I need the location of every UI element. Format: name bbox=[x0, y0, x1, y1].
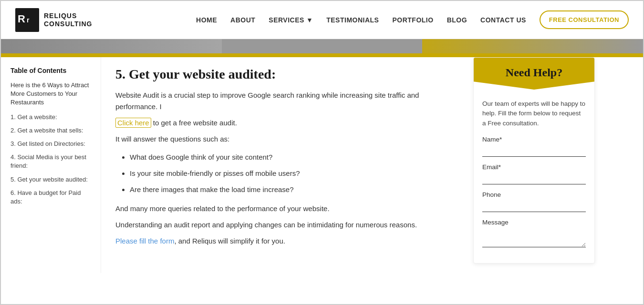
form-group-name: Name* bbox=[482, 136, 586, 157]
bullet-item-1: What does Google think of your site cont… bbox=[130, 152, 449, 163]
toc-item-1[interactable]: 1. Get a website: bbox=[10, 113, 93, 122]
svg-text:r: r bbox=[27, 16, 30, 24]
message-input[interactable] bbox=[482, 228, 586, 247]
form-group-email: Email* bbox=[482, 163, 586, 184]
email-input[interactable] bbox=[482, 173, 586, 184]
message-label: Message bbox=[482, 219, 586, 226]
understanding-para: Understanding an audit report and applyi… bbox=[115, 219, 449, 231]
name-input[interactable] bbox=[482, 145, 586, 157]
form-group-phone: Phone bbox=[482, 191, 586, 212]
nav-area: HOME ABOUT SERVICES ▼ TESTIMONIALS PORTF… bbox=[196, 10, 629, 29]
email-label: Email* bbox=[482, 163, 586, 171]
toc-item-5[interactable]: 5. Get your website audited: bbox=[10, 175, 93, 184]
please-fill-para: Please fill the form, and Reliqus will s… bbox=[115, 235, 449, 247]
phone-label: Phone bbox=[482, 191, 586, 198]
click-here-suffix: to get a free website audit. bbox=[151, 119, 237, 127]
toc-title: Table of Contents bbox=[10, 67, 93, 74]
svg-text:R: R bbox=[18, 13, 25, 25]
need-help-header: Need Help? bbox=[474, 58, 594, 90]
image-strip bbox=[1, 39, 643, 53]
please-suffix: , and Reliqus will simplify it for you. bbox=[174, 237, 285, 245]
bullet-list: What does Google think of your site cont… bbox=[115, 152, 449, 195]
toc-item-4[interactable]: 4. Social Media is your best friend: bbox=[10, 153, 93, 170]
click-here-link[interactable]: Click here bbox=[115, 118, 151, 128]
nav-testimonials[interactable]: TESTIMONIALS bbox=[326, 16, 379, 24]
nav-home[interactable]: HOME bbox=[196, 16, 217, 24]
need-help-box: Need Help? Our team of experts will be h… bbox=[473, 57, 595, 264]
main-content: 5. Get your website audited: Website Aud… bbox=[101, 57, 464, 273]
nav-portfolio[interactable]: PORTFOLIO bbox=[392, 16, 433, 24]
toc-item-3[interactable]: 3. Get listed on Directories: bbox=[10, 140, 93, 148]
logo-area: R r RELIQUS CONSULTING bbox=[15, 8, 93, 32]
bullet-item-2: Is your site mobile-friendly or pisses o… bbox=[130, 168, 449, 179]
need-help-title: Need Help? bbox=[483, 66, 585, 79]
questions-intro: It will answer the questions such as: bbox=[115, 133, 449, 145]
form-group-message: Message bbox=[482, 219, 586, 249]
table-of-contents-sidebar: Table of Contents Here is the 6 Ways to … bbox=[1, 57, 101, 273]
and-many-more-para: And many more queries related to the per… bbox=[115, 203, 449, 214]
nav-services[interactable]: SERVICES ▼ bbox=[269, 16, 313, 24]
gold-bar bbox=[1, 53, 643, 57]
logo-icon: R r bbox=[15, 8, 39, 32]
free-consultation-button[interactable]: FREE CONSULTATION bbox=[540, 10, 629, 29]
need-help-description: Our team of experts will be happy to hel… bbox=[482, 99, 586, 128]
right-sidebar: Need Help? Our team of experts will be h… bbox=[464, 57, 604, 273]
content-para-1: Website Audit is a crucial step to impro… bbox=[115, 90, 449, 112]
chevron-down-icon: ▼ bbox=[306, 16, 313, 24]
section-title: 5. Get your website audited: bbox=[115, 67, 449, 82]
please-fill-link[interactable]: Please fill the form bbox=[115, 237, 174, 245]
need-help-body: Our team of experts will be happy to hel… bbox=[474, 92, 594, 263]
bullet-item-3: Are there images that make the load time… bbox=[130, 184, 449, 195]
content-click-here-para: Click here to get a free website audit. bbox=[115, 117, 449, 129]
hero-image bbox=[222, 39, 422, 53]
toc-item-2[interactable]: 2. Get a website that sells: bbox=[10, 126, 93, 135]
name-label: Name* bbox=[482, 136, 586, 143]
nav-blog[interactable]: BLOG bbox=[447, 16, 467, 24]
logo-text: RELIQUS CONSULTING bbox=[44, 12, 93, 28]
header: R r RELIQUS CONSULTING HOME ABOUT SERVIC… bbox=[1, 1, 643, 39]
nav-about[interactable]: ABOUT bbox=[230, 16, 255, 24]
toc-item-6[interactable]: 6. Have a budget for Paid ads: bbox=[10, 189, 93, 206]
phone-input[interactable] bbox=[482, 200, 586, 212]
toc-intro: Here is the 6 Ways to Attract More Custo… bbox=[10, 81, 93, 107]
nav-contact[interactable]: CONTACT US bbox=[480, 16, 526, 24]
main-layout: Table of Contents Here is the 6 Ways to … bbox=[1, 57, 643, 273]
